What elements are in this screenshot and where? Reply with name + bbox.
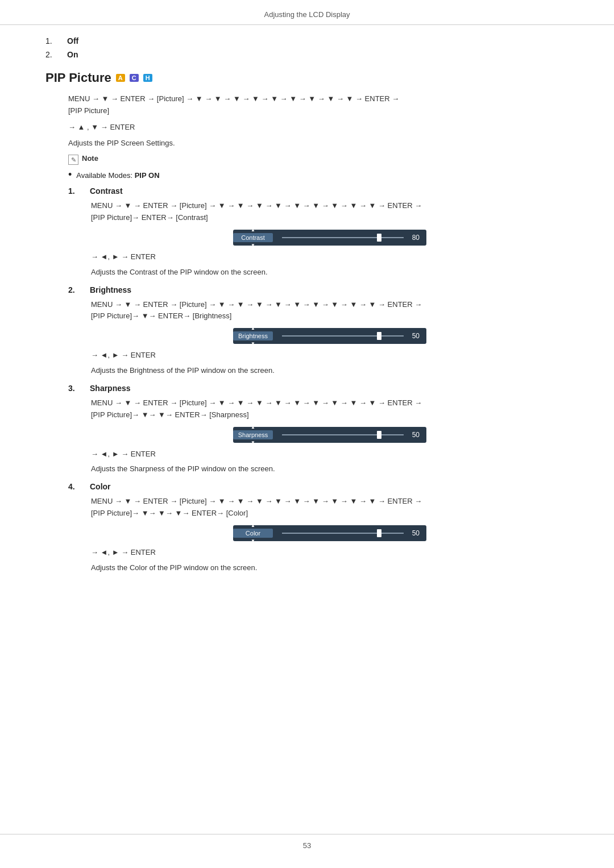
pip-picture-menu-path: MENU → ▼ → ENTER → [Picture] → ▼ → ▼ → ▼… xyxy=(68,93,569,117)
sub-nav-0: → ◄, ► → ENTER xyxy=(91,251,569,263)
sub-list-number-2: 3. xyxy=(68,384,80,393)
pip-picture-description: Adjusts the PIP Screen Settings. xyxy=(68,138,569,149)
slider-label-1: Brightness xyxy=(233,331,273,340)
slider-0: Contrast80 xyxy=(233,230,426,246)
sub-description-1: Adjusts the Brightness of the PIP window… xyxy=(91,366,569,375)
slider-label-3: Color xyxy=(233,529,273,538)
slider-thumb-0 xyxy=(377,234,381,242)
list-label-on: On xyxy=(67,50,78,59)
note-label: Note xyxy=(82,154,98,163)
sub-items-container: 1.ContrastMENU → ▼ → ENTER → [Picture] →… xyxy=(68,186,569,572)
header-title: Adjusting the LCD Display xyxy=(264,10,350,19)
sub-menu-path-3: MENU → ▼ → ENTER → [Picture] → ▼ → ▼ → ▼… xyxy=(91,496,569,520)
badge-h: H xyxy=(143,74,152,82)
page-footer: 53 xyxy=(0,834,614,857)
sub-nav-1: → ◄, ► → ENTER xyxy=(91,350,569,362)
slider-2: Sharpness50 xyxy=(233,427,426,443)
slider-label-2: Sharpness xyxy=(233,430,273,439)
slider-3: Color50 xyxy=(233,525,426,541)
list-item-on: 2. On xyxy=(45,50,569,59)
sub-list-number-0: 1. xyxy=(68,186,80,196)
slider-track-3 xyxy=(282,533,404,534)
page-number: 53 xyxy=(303,841,311,850)
badge-c: C xyxy=(130,74,139,82)
list-item-off: 1. Off xyxy=(45,36,569,45)
slider-value-3: 50 xyxy=(407,529,420,537)
slider-thumb-1 xyxy=(377,332,381,340)
sub-list-item-3: 4.Color xyxy=(68,482,569,491)
bullet-text: Available Modes: PIP ON xyxy=(76,171,159,180)
sub-instruction-block-1: MENU → ▼ → ENTER → [Picture] → ▼ → ▼ → ▼… xyxy=(91,299,569,375)
sub-instruction-block-0: MENU → ▼ → ENTER → [Picture] → ▼ → ▼ → ▼… xyxy=(91,200,569,276)
slider-value-2: 50 xyxy=(407,431,420,439)
sub-menu-path-2: MENU → ▼ → ENTER → [Picture] → ▼ → ▼ → ▼… xyxy=(91,397,569,421)
list-number-1: 1. xyxy=(45,36,57,45)
slider-thumb-2 xyxy=(377,431,381,439)
main-content: 1. Off 2. On PIP Picture A C H MENU → ▼ … xyxy=(0,36,614,572)
bullet-available-modes: • Available Modes: PIP ON xyxy=(68,169,569,180)
list-label-off: Off xyxy=(67,36,78,45)
note-icon: ✎ xyxy=(68,155,78,165)
sub-menu-path-0: MENU → ▼ → ENTER → [Picture] → ▼ → ▼ → ▼… xyxy=(91,200,569,224)
sub-list-label-0: Contrast xyxy=(90,186,123,196)
sub-description-0: Adjusts the Contrast of the PIP window o… xyxy=(91,268,569,276)
sub-list-number-3: 4. xyxy=(68,482,80,491)
pip-picture-nav: → ▲ , ▼ → ENTER xyxy=(68,122,569,134)
sub-list-label-1: Brightness xyxy=(90,285,131,294)
sub-list-item-0: 1.Contrast xyxy=(68,186,569,196)
sub-list-label-3: Color xyxy=(90,482,111,491)
slider-track-0 xyxy=(282,237,404,238)
pip-picture-section-title: PIP Picture A C H xyxy=(45,70,569,85)
slider-value-0: 80 xyxy=(407,234,420,242)
slider-thumb-3 xyxy=(377,529,381,537)
slider-label-0: Contrast xyxy=(233,233,273,242)
sub-list-item-2: 3.Sharpness xyxy=(68,384,569,393)
pip-picture-instruction-block: MENU → ▼ → ENTER → [Picture] → ▼ → ▼ → ▼… xyxy=(68,93,569,572)
note-block: ✎ Note xyxy=(68,154,569,165)
bullet-dot: • xyxy=(68,169,72,180)
sub-list-item-1: 2.Brightness xyxy=(68,285,569,294)
sub-instruction-block-2: MENU → ▼ → ENTER → [Picture] → ▼ → ▼ → ▼… xyxy=(91,397,569,473)
pip-picture-title: PIP Picture xyxy=(45,70,111,85)
list-number-2: 2. xyxy=(45,50,57,59)
sub-list-number-1: 2. xyxy=(68,285,80,294)
sub-description-2: Adjusts the Sharpness of the PIP window … xyxy=(91,464,569,473)
slider-value-1: 50 xyxy=(407,332,420,340)
sub-instruction-block-3: MENU → ▼ → ENTER → [Picture] → ▼ → ▼ → ▼… xyxy=(91,496,569,571)
sub-list-label-2: Sharpness xyxy=(90,384,131,393)
slider-track-2 xyxy=(282,434,404,435)
sub-menu-path-1: MENU → ▼ → ENTER → [Picture] → ▼ → ▼ → ▼… xyxy=(91,299,569,323)
slider-1: Brightness50 xyxy=(233,328,426,344)
sub-nav-2: → ◄, ► → ENTER xyxy=(91,448,569,460)
page-header: Adjusting the LCD Display xyxy=(0,0,614,25)
badge-a: A xyxy=(116,74,125,82)
sub-nav-3: → ◄, ► → ENTER xyxy=(91,547,569,559)
sub-description-3: Adjusts the Color of the PIP window on t… xyxy=(91,563,569,572)
slider-track-1 xyxy=(282,335,404,337)
